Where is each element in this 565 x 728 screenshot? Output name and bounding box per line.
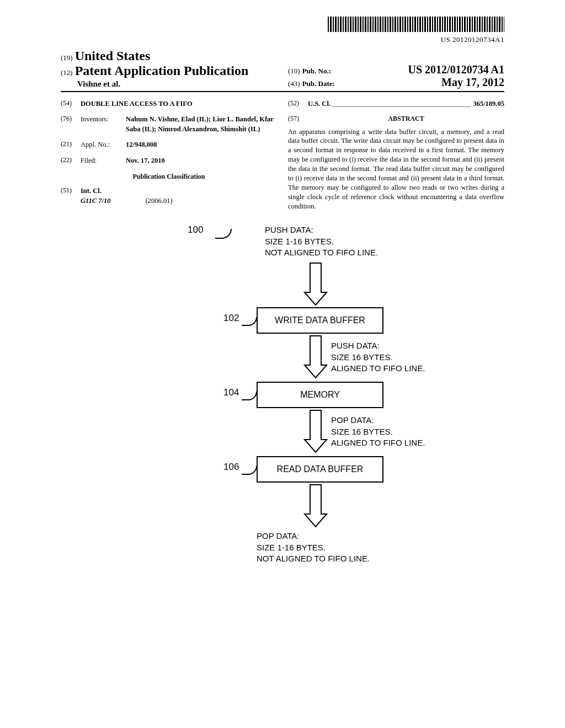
abstract-text: An apparatus comprising a write data buf… (288, 127, 504, 211)
code-19: (19) (61, 53, 73, 62)
pop-data-bottom-label: POP DATA: SIZE 1-16 BYTES. NOT ALIGNED T… (257, 531, 370, 564)
intcl-code: G11C 7/10 (81, 197, 111, 205)
ref-104-leader (242, 392, 257, 400)
code-51: (51) (61, 186, 81, 206)
filed-label: Filed: (81, 156, 126, 165)
document-header: (19) United States (12) Patent Applicati… (61, 49, 504, 92)
code-54: (54) (61, 99, 81, 109)
code-57: (57) (288, 114, 308, 127)
uscl-label: U.S. Cl. (308, 99, 331, 109)
code-43: (43) (288, 79, 300, 88)
ref-106: 106 (223, 462, 239, 473)
memory-box: MEMORY (257, 382, 383, 408)
write-data-buffer-box: WRITE DATA BUFFER (257, 307, 383, 334)
ref-104: 104 (223, 387, 239, 398)
intcl-year: (2006.01) (146, 197, 173, 205)
ref-106-leader (242, 466, 257, 475)
read-data-buffer-box: READ DATA BUFFER (257, 456, 383, 483)
left-column: (54) DOUBLE LINE ACCESS TO A FIFO (76) I… (61, 99, 277, 211)
filed-value: Nov. 17, 2010 (126, 156, 277, 165)
doc-type: Patent Application Publication (75, 63, 249, 78)
country: United States (75, 49, 151, 63)
code-22: (22) (61, 156, 81, 165)
pub-number: US 2012/0120734 A1 (408, 63, 504, 76)
code-52: (52) (288, 99, 308, 109)
ref-102: 102 (223, 313, 239, 324)
applno-value: 12/948,008 (126, 140, 277, 149)
arrow-down-2 (303, 335, 328, 379)
arrow-down-3 (303, 409, 328, 453)
push-data-mid-label: PUSH DATA: SIZE 16 BYTES. ALIGNED TO FIF… (331, 340, 425, 374)
arrow-down-4 (303, 484, 328, 528)
arrow-down-1 (303, 262, 328, 306)
dotted-leader (333, 99, 471, 107)
code-12: (12) (61, 68, 73, 77)
code-10: (10) (288, 67, 300, 75)
invention-title: DOUBLE LINE ACCESS TO A FIFO (81, 99, 193, 109)
pubdate-label: Pub. Date: (302, 79, 335, 88)
authors-line: Vishne et al. (61, 79, 277, 89)
pop-data-mid-label: POP DATA: SIZE 16 BYTES. ALIGNED TO FIFO… (331, 415, 425, 448)
applno-label: Appl. No.: (81, 140, 126, 149)
ref-100-leader (215, 229, 232, 239)
intcl-label: Int. Cl. (81, 186, 173, 196)
uscl-value: 365/189.05 (473, 99, 504, 109)
inventors-label: Inventors: (81, 114, 126, 134)
pub-classification-heading: Publication Classification (61, 172, 277, 181)
push-data-top-label: PUSH DATA: SIZE 1-16 BYTES. NOT ALIGNED … (265, 224, 378, 258)
ref-100: 100 (188, 224, 203, 235)
pub-date: May 17, 2012 (441, 76, 504, 89)
inventors-value: Nahum N. Vishne, Elad (IL); Lior L. Band… (126, 114, 277, 134)
right-column: (52) U.S. Cl. 365/189.05 (57) ABSTRACT A… (288, 99, 504, 211)
abstract-heading: ABSTRACT (308, 114, 504, 124)
pubno-label: Pub. No.: (302, 67, 331, 75)
figure-1: 100 PUSH DATA: SIZE 1-16 BYTES. NOT ALIG… (61, 224, 504, 677)
ref-102-leader (242, 317, 257, 326)
barcode-number: US 20120120734A1 (61, 35, 504, 44)
barcode-graphic (328, 17, 504, 32)
code-21: (21) (61, 140, 81, 149)
barcode-area: US 20120120734A1 (61, 17, 504, 44)
code-76: (76) (61, 114, 81, 134)
